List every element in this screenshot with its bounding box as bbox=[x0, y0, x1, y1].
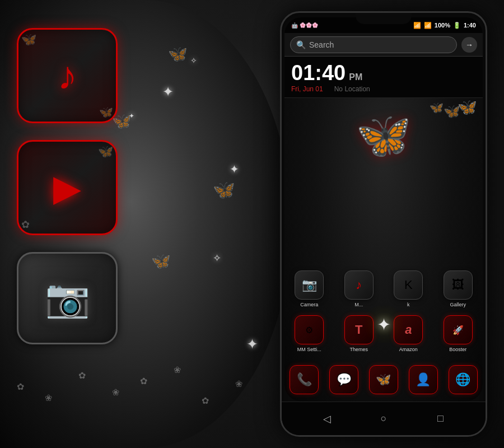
app-row-3: 📞 💬 🦋 bbox=[284, 365, 483, 394]
flower-6: ❀ bbox=[174, 365, 181, 375]
themes-phone-app[interactable]: T Themes bbox=[339, 315, 379, 352]
nav-back-icon: ◁ bbox=[323, 413, 331, 425]
video-app-icon[interactable]: 🦋 ✿ ▶ bbox=[17, 140, 118, 235]
nav-back-button[interactable]: ◁ bbox=[319, 410, 335, 427]
butterfly-app[interactable]: 🦋 bbox=[364, 365, 403, 394]
messages-icon: 💬 bbox=[329, 365, 358, 394]
status-right: 📶 📶 100% 🔋 1:40 bbox=[413, 22, 476, 29]
amazon-phone-label: Amazon bbox=[389, 347, 428, 352]
camera-phone-label: Camera bbox=[290, 302, 329, 307]
music-phone-label: M... bbox=[339, 302, 379, 307]
clock-ampm: PM bbox=[349, 72, 362, 82]
nav-home-button[interactable]: ○ bbox=[375, 410, 392, 427]
flower-1: ✿ bbox=[17, 381, 24, 392]
battery-pct: 100% bbox=[435, 22, 450, 29]
phone-screen-inner: 🤖 🌸🌸🌸 📶 📶 100% 🔋 1:40 🔍 Search bbox=[284, 17, 483, 402]
amazon-phone-app[interactable]: a Amazon bbox=[389, 315, 428, 352]
search-arrow-button[interactable]: → bbox=[461, 37, 477, 53]
themes-phone-icon: T bbox=[344, 315, 374, 344]
bg-butterfly-4: 🦋 bbox=[151, 252, 171, 270]
browser-app[interactable]: 🌐 bbox=[444, 365, 483, 394]
gallery-phone-icon: 🖼 bbox=[444, 270, 473, 300]
k-phone-app[interactable]: K k bbox=[389, 270, 428, 307]
flower-7: ✿ bbox=[202, 395, 209, 406]
sparkle-3: ✦ bbox=[230, 162, 239, 176]
themes-phone-symbol: T bbox=[355, 323, 362, 337]
camera-app-icon[interactable]: 📷 bbox=[17, 252, 118, 344]
butterfly-dock-symbol: 🦋 bbox=[376, 372, 391, 387]
music-icon-deco-butterfly-1: 🦋 bbox=[21, 32, 36, 47]
sparkle-5: ✧ bbox=[213, 252, 221, 264]
k-phone-label: k bbox=[389, 302, 428, 307]
app-grid-row1: 📷 Camera ♪ M... K bbox=[284, 270, 483, 312]
phone-notch bbox=[356, 13, 412, 24]
mmsetti-phone-symbol: ⚙ bbox=[305, 325, 313, 335]
sparkle-6: ✦ bbox=[246, 336, 258, 352]
camera-phone-icon: 📷 bbox=[295, 270, 324, 300]
camera-symbol: 📷 bbox=[45, 277, 90, 320]
phone-mockup: 🤖 🌸🌸🌸 📶 📶 100% 🔋 1:40 🔍 Search bbox=[280, 11, 487, 437]
bg-butterfly-5: 🦋 bbox=[168, 45, 188, 63]
clock-location: No Location bbox=[334, 85, 370, 93]
k-phone-icon: K bbox=[394, 270, 423, 300]
flower-8: ❀ bbox=[235, 379, 242, 389]
flower-2: ❀ bbox=[45, 393, 52, 403]
browser-icon: 🌐 bbox=[449, 365, 478, 394]
clock-time-text: 01:40 bbox=[291, 61, 346, 85]
mmsetti-phone-app[interactable]: ⚙ MM Setti... bbox=[290, 315, 329, 352]
clock-date-row: Fri, Jun 01 No Location bbox=[291, 85, 476, 93]
gallery-phone-symbol: 🖼 bbox=[452, 278, 464, 292]
flower-3: ✿ bbox=[78, 370, 86, 381]
contacts-app[interactable]: 👤 bbox=[404, 365, 443, 394]
clock-date-text: Fri, Jun 01 bbox=[291, 85, 323, 93]
phone-navbar: ◁ ○ □ bbox=[282, 402, 486, 435]
music-phone-icon: ♪ bbox=[344, 270, 374, 300]
phone-central-butterfly: 🦋 bbox=[356, 109, 412, 162]
flower-4: ❀ bbox=[112, 387, 119, 398]
nav-recent-icon: □ bbox=[437, 413, 444, 424]
nav-home-icon: ○ bbox=[381, 413, 387, 424]
app-grid-row3: 📞 💬 🦋 bbox=[284, 365, 483, 399]
nav-recent-button[interactable]: □ bbox=[432, 410, 449, 427]
app-row-1: 📷 Camera ♪ M... K bbox=[284, 270, 483, 307]
messages-app[interactable]: 💬 bbox=[324, 365, 363, 394]
status-left: 🤖 🌸🌸🌸 bbox=[291, 22, 318, 29]
camera-phone-app[interactable]: 📷 Camera bbox=[290, 270, 329, 307]
search-input-area[interactable]: 🔍 Search bbox=[290, 36, 457, 53]
browser-symbol: 🌐 bbox=[455, 372, 470, 387]
status-time: 1:40 bbox=[464, 22, 476, 29]
phone-call-symbol: 📞 bbox=[297, 372, 312, 387]
play-symbol: ▶ bbox=[53, 167, 81, 209]
k-phone-symbol: K bbox=[404, 278, 413, 292]
amazon-phone-icon: a bbox=[394, 315, 423, 344]
music-phone-symbol: ♪ bbox=[356, 278, 362, 292]
search-icon: 🔍 bbox=[296, 40, 306, 49]
flower-deco: 🌸🌸🌸 bbox=[300, 22, 318, 28]
gallery-phone-app[interactable]: 🖼 Gallery bbox=[438, 270, 478, 307]
phone-call-icon: 📞 bbox=[290, 365, 319, 394]
flower-5: ✿ bbox=[140, 376, 147, 386]
phone-call-app[interactable]: 📞 bbox=[284, 365, 324, 394]
video-icon-deco-butterfly: 🦋 bbox=[98, 144, 113, 159]
clock-time-display: 01:40 PM bbox=[291, 61, 476, 85]
booster-phone-app[interactable]: 🚀 Booster bbox=[438, 315, 478, 352]
sparkle-2: ✧ bbox=[190, 56, 197, 65]
bg-butterfly-3: 🦋 bbox=[213, 179, 235, 200]
arrow-icon: → bbox=[465, 40, 473, 49]
phone-content-area: 🦋 🦋 🦋 🦋 📷 Camera bbox=[284, 98, 483, 402]
amazon-phone-symbol: a bbox=[405, 323, 412, 337]
phone-deco-butterfly-2: 🦋 bbox=[444, 104, 460, 119]
booster-phone-symbol: 🚀 bbox=[452, 325, 464, 335]
messages-symbol: 💬 bbox=[337, 372, 352, 387]
search-bar: 🔍 Search → bbox=[284, 33, 483, 57]
left-app-icons: 🦋 🦋 ♪ 🦋 ✿ ▶ 📷 bbox=[17, 28, 118, 344]
music-icon-deco-butterfly-2: 🦋 bbox=[99, 105, 113, 119]
music-app-icon[interactable]: 🦋 🦋 ♪ bbox=[17, 28, 118, 123]
themes-phone-label: Themes bbox=[339, 347, 379, 352]
signal-2: 📶 bbox=[424, 22, 432, 29]
booster-phone-icon: 🚀 bbox=[444, 315, 473, 344]
video-icon-deco-flower: ✿ bbox=[21, 218, 30, 231]
search-placeholder: Search bbox=[309, 40, 451, 49]
camera-phone-symbol: 📷 bbox=[302, 278, 317, 292]
music-phone-app[interactable]: ♪ M... bbox=[339, 270, 379, 307]
